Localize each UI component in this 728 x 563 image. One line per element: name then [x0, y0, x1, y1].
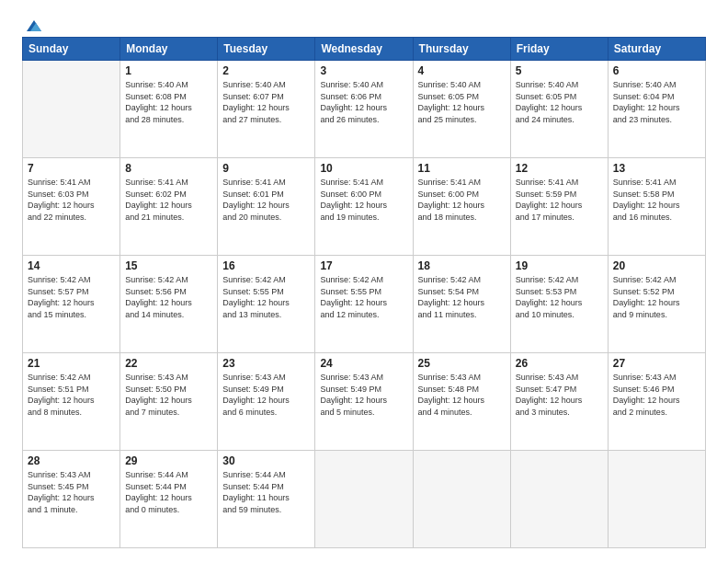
day-number: 11 [418, 162, 506, 175]
day-number: 5 [516, 64, 603, 77]
day-number: 25 [418, 357, 506, 370]
calendar-cell: 12Sunrise: 5:41 AM Sunset: 5:59 PM Dayli… [510, 158, 608, 256]
calendar-cell [413, 451, 510, 548]
day-number: 24 [320, 357, 407, 370]
calendar-cell: 2Sunrise: 5:40 AM Sunset: 6:07 PM Daylig… [218, 61, 315, 158]
calendar-cell: 13Sunrise: 5:41 AM Sunset: 5:58 PM Dayli… [608, 158, 705, 256]
day-number: 30 [222, 454, 310, 467]
calendar-cell: 4Sunrise: 5:40 AM Sunset: 6:05 PM Daylig… [413, 61, 510, 158]
day-info: Sunrise: 5:42 AM Sunset: 5:55 PM Dayligh… [320, 274, 407, 320]
calendar-cell: 21Sunrise: 5:42 AM Sunset: 5:51 PM Dayli… [23, 353, 120, 451]
calendar-header-row: SundayMondayTuesdayWednesdayThursdayFrid… [23, 38, 706, 61]
calendar-cell: 15Sunrise: 5:42 AM Sunset: 5:56 PM Dayli… [120, 256, 218, 353]
day-of-week-friday: Friday [510, 38, 608, 61]
week-row-2: 7Sunrise: 5:41 AM Sunset: 6:03 PM Daylig… [23, 158, 706, 256]
day-number: 3 [320, 64, 407, 77]
day-number: 29 [125, 454, 212, 467]
day-info: Sunrise: 5:43 AM Sunset: 5:50 PM Dayligh… [125, 372, 212, 418]
logo [22, 18, 44, 28]
calendar-cell [608, 451, 705, 548]
calendar-cell: 1Sunrise: 5:40 AM Sunset: 6:08 PM Daylig… [120, 61, 218, 158]
day-info: Sunrise: 5:42 AM Sunset: 5:57 PM Dayligh… [28, 274, 115, 320]
calendar-cell: 11Sunrise: 5:41 AM Sunset: 6:00 PM Dayli… [413, 158, 510, 256]
day-of-week-thursday: Thursday [413, 38, 510, 61]
calendar-cell: 25Sunrise: 5:43 AM Sunset: 5:48 PM Dayli… [413, 353, 510, 451]
calendar-cell: 22Sunrise: 5:43 AM Sunset: 5:50 PM Dayli… [120, 353, 218, 451]
calendar-cell: 26Sunrise: 5:43 AM Sunset: 5:47 PM Dayli… [510, 353, 608, 451]
calendar-cell: 10Sunrise: 5:41 AM Sunset: 6:00 PM Dayli… [315, 158, 413, 256]
day-of-week-sunday: Sunday [23, 38, 120, 61]
day-number: 23 [222, 357, 310, 370]
day-info: Sunrise: 5:40 AM Sunset: 6:06 PM Dayligh… [320, 79, 407, 125]
calendar-cell: 17Sunrise: 5:42 AM Sunset: 5:55 PM Dayli… [315, 256, 413, 353]
calendar-cell [23, 61, 120, 158]
day-number: 6 [613, 64, 700, 77]
day-number: 26 [516, 357, 603, 370]
day-number: 16 [222, 259, 310, 272]
day-number: 4 [418, 64, 506, 77]
day-info: Sunrise: 5:41 AM Sunset: 6:03 PM Dayligh… [28, 177, 115, 223]
day-of-week-tuesday: Tuesday [218, 38, 315, 61]
day-info: Sunrise: 5:41 AM Sunset: 5:58 PM Dayligh… [613, 177, 700, 223]
day-number: 2 [222, 64, 310, 77]
calendar-cell: 9Sunrise: 5:41 AM Sunset: 6:01 PM Daylig… [218, 158, 315, 256]
day-info: Sunrise: 5:43 AM Sunset: 5:46 PM Dayligh… [613, 372, 700, 418]
day-number: 8 [125, 162, 212, 175]
calendar-table: SundayMondayTuesdayWednesdayThursdayFrid… [22, 37, 706, 548]
calendar-cell: 16Sunrise: 5:42 AM Sunset: 5:55 PM Dayli… [218, 256, 315, 353]
day-number: 21 [28, 357, 115, 370]
day-info: Sunrise: 5:41 AM Sunset: 6:00 PM Dayligh… [320, 177, 407, 223]
header [22, 18, 706, 28]
day-info: Sunrise: 5:40 AM Sunset: 6:08 PM Dayligh… [125, 79, 212, 125]
calendar-cell: 27Sunrise: 5:43 AM Sunset: 5:46 PM Dayli… [608, 353, 705, 451]
day-info: Sunrise: 5:42 AM Sunset: 5:56 PM Dayligh… [125, 274, 212, 320]
week-row-4: 21Sunrise: 5:42 AM Sunset: 5:51 PM Dayli… [23, 353, 706, 451]
day-number: 1 [125, 64, 212, 77]
page: SundayMondayTuesdayWednesdayThursdayFrid… [0, 0, 728, 563]
day-info: Sunrise: 5:40 AM Sunset: 6:05 PM Dayligh… [516, 79, 603, 125]
day-info: Sunrise: 5:42 AM Sunset: 5:51 PM Dayligh… [28, 372, 115, 418]
calendar-cell: 3Sunrise: 5:40 AM Sunset: 6:06 PM Daylig… [315, 61, 413, 158]
day-number: 28 [28, 454, 115, 467]
day-info: Sunrise: 5:44 AM Sunset: 5:44 PM Dayligh… [222, 469, 310, 515]
day-number: 17 [320, 259, 407, 272]
day-number: 13 [613, 162, 700, 175]
day-number: 14 [28, 259, 115, 272]
day-info: Sunrise: 5:41 AM Sunset: 5:59 PM Dayligh… [516, 177, 603, 223]
day-info: Sunrise: 5:43 AM Sunset: 5:48 PM Dayligh… [418, 372, 506, 418]
day-info: Sunrise: 5:43 AM Sunset: 5:47 PM Dayligh… [516, 372, 603, 418]
week-row-5: 28Sunrise: 5:43 AM Sunset: 5:45 PM Dayli… [23, 451, 706, 548]
day-info: Sunrise: 5:41 AM Sunset: 6:01 PM Dayligh… [222, 177, 310, 223]
day-info: Sunrise: 5:42 AM Sunset: 5:54 PM Dayligh… [418, 274, 506, 320]
calendar-cell: 18Sunrise: 5:42 AM Sunset: 5:54 PM Dayli… [413, 256, 510, 353]
calendar-cell [510, 451, 608, 548]
day-info: Sunrise: 5:43 AM Sunset: 5:49 PM Dayligh… [222, 372, 310, 418]
day-of-week-wednesday: Wednesday [315, 38, 413, 61]
day-info: Sunrise: 5:40 AM Sunset: 6:07 PM Dayligh… [222, 79, 310, 125]
logo-icon [23, 18, 43, 33]
day-info: Sunrise: 5:41 AM Sunset: 6:00 PM Dayligh… [418, 177, 506, 223]
day-number: 12 [516, 162, 603, 175]
day-info: Sunrise: 5:43 AM Sunset: 5:49 PM Dayligh… [320, 372, 407, 418]
week-row-3: 14Sunrise: 5:42 AM Sunset: 5:57 PM Dayli… [23, 256, 706, 353]
day-number: 20 [613, 259, 700, 272]
calendar-cell: 6Sunrise: 5:40 AM Sunset: 6:04 PM Daylig… [608, 61, 705, 158]
day-number: 18 [418, 259, 506, 272]
day-info: Sunrise: 5:43 AM Sunset: 5:45 PM Dayligh… [28, 469, 115, 515]
day-info: Sunrise: 5:41 AM Sunset: 6:02 PM Dayligh… [125, 177, 212, 223]
day-info: Sunrise: 5:42 AM Sunset: 5:53 PM Dayligh… [516, 274, 603, 320]
calendar-cell: 24Sunrise: 5:43 AM Sunset: 5:49 PM Dayli… [315, 353, 413, 451]
day-info: Sunrise: 5:44 AM Sunset: 5:44 PM Dayligh… [125, 469, 212, 515]
calendar-cell: 8Sunrise: 5:41 AM Sunset: 6:02 PM Daylig… [120, 158, 218, 256]
calendar-cell: 20Sunrise: 5:42 AM Sunset: 5:52 PM Dayli… [608, 256, 705, 353]
calendar-cell: 14Sunrise: 5:42 AM Sunset: 5:57 PM Dayli… [23, 256, 120, 353]
calendar-cell: 19Sunrise: 5:42 AM Sunset: 5:53 PM Dayli… [510, 256, 608, 353]
calendar-cell [315, 451, 413, 548]
calendar-cell: 28Sunrise: 5:43 AM Sunset: 5:45 PM Dayli… [23, 451, 120, 548]
day-number: 22 [125, 357, 212, 370]
calendar-cell: 7Sunrise: 5:41 AM Sunset: 6:03 PM Daylig… [23, 158, 120, 256]
day-of-week-saturday: Saturday [608, 38, 705, 61]
day-number: 19 [516, 259, 603, 272]
week-row-1: 1Sunrise: 5:40 AM Sunset: 6:08 PM Daylig… [23, 61, 706, 158]
day-number: 7 [28, 162, 115, 175]
